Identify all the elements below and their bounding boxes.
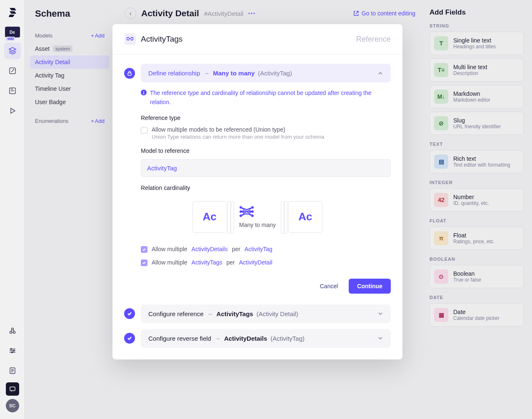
union-type-checkbox[interactable] [141,127,147,134]
modal-title: ActivityTags [141,35,356,44]
continue-button[interactable]: Continue [349,279,391,294]
allow-tags-per-detail-checkbox[interactable] [141,259,147,266]
svg-point-17 [240,215,242,217]
modal-field-type: Reference [356,35,391,44]
reference-icon [124,33,136,45]
svg-point-15 [240,207,242,208]
info-message: The reference type and cardinality of re… [141,88,391,107]
svg-point-16 [240,211,242,212]
reference-type-label: Reference type [141,115,391,121]
allow-details-per-tag-checkbox[interactable] [141,246,147,253]
step-configure-reference[interactable]: Configure reference → ActivityTags (Acti… [141,304,391,323]
cardinality-label: Relation cardinality [141,185,391,191]
chevron-down-icon [377,311,383,317]
cancel-button[interactable]: Cancel [315,279,343,294]
model-to-reference-label: Model to reference [141,147,391,154]
svg-point-19 [252,211,253,212]
check-icon [124,333,135,344]
many-to-many-icon [239,206,254,217]
chevron-down-icon [377,335,383,341]
svg-point-20 [252,215,253,217]
svg-point-18 [252,207,253,208]
step-configure-reverse[interactable]: Configure reverse field → ActivityDetail… [141,329,391,348]
chevron-up-icon [377,70,383,76]
check-icon [124,308,135,319]
step-define-relationship[interactable]: Define relationship → Many to many (Acti… [141,64,391,82]
cardinality-diagram: Ac Many to many Ac [124,201,391,233]
lock-icon [124,68,135,79]
reference-modal: ActivityTags Reference Define relationsh… [112,24,402,359]
svg-rect-13 [128,73,131,75]
model-select[interactable]: ActivityTag [141,159,391,177]
